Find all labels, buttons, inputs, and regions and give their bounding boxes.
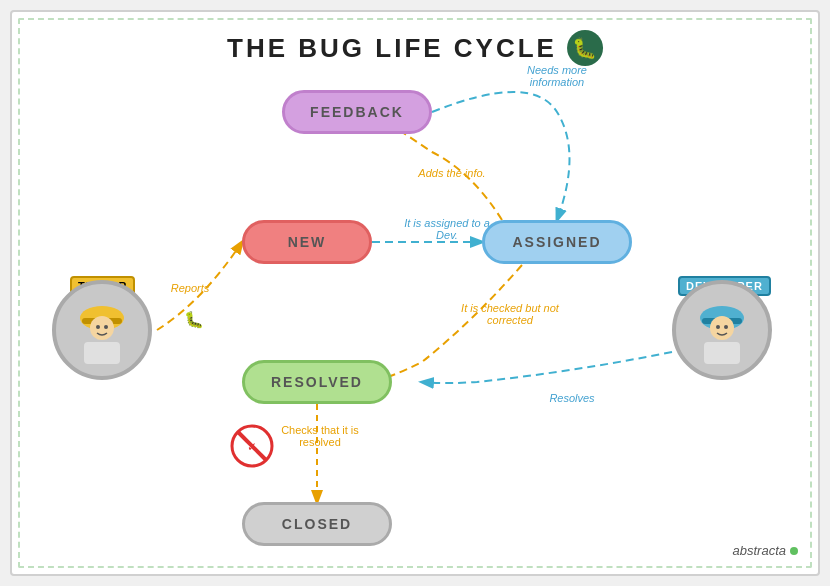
no-sign: ✓ — [230, 424, 274, 468]
abstracta-dot — [790, 547, 798, 555]
node-new: NEW — [242, 220, 372, 264]
node-assigned: ASSIGNED — [482, 220, 632, 264]
svg-point-13 — [716, 325, 720, 329]
node-closed: CLOSED — [242, 502, 392, 546]
svg-text:✓: ✓ — [247, 440, 257, 454]
bug-reports-icon: 🐛 — [184, 310, 204, 329]
svg-point-8 — [104, 325, 108, 329]
abstracta-logo: abstracta — [733, 543, 798, 558]
tester-circle — [52, 280, 152, 380]
page-title: THE BUG LIFE CYCLE — [227, 33, 557, 64]
developer-circle — [672, 280, 772, 380]
title-area: THE BUG LIFE CYCLE 🐛 — [227, 30, 603, 66]
main-container: THE BUG LIFE CYCLE 🐛 Needs more informat… — [10, 10, 820, 576]
node-feedback: FEEDBACK — [282, 90, 432, 134]
svg-point-5 — [90, 316, 114, 340]
node-resolved: RESOLVED — [242, 360, 392, 404]
label-adds-info: Adds the info. — [402, 167, 502, 179]
label-checked-not-corrected: It is checked but not corrected — [450, 302, 570, 326]
label-needs-more-info: Needs more information — [502, 64, 612, 88]
label-checks-resolved: Checks that it is resolved — [280, 424, 360, 448]
svg-point-11 — [710, 316, 734, 340]
label-reports: Reports — [160, 282, 220, 294]
svg-point-7 — [96, 325, 100, 329]
svg-rect-6 — [84, 342, 120, 364]
svg-rect-12 — [704, 342, 740, 364]
svg-point-14 — [724, 325, 728, 329]
label-resolves: Resolves — [532, 392, 612, 404]
bug-icon: 🐛 — [567, 30, 603, 66]
